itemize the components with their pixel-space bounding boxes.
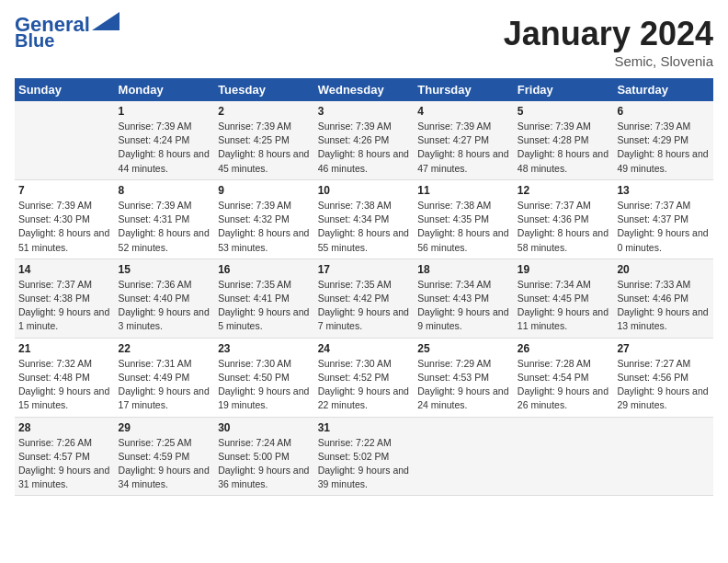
day-number: 2	[218, 105, 311, 118]
col-sunday: Sunday	[15, 78, 115, 101]
day-info: Sunrise: 7:22 AM Sunset: 5:02 PM Dayligh…	[318, 436, 411, 492]
table-row: 7Sunrise: 7:39 AM Sunset: 4:30 PM Daylig…	[15, 179, 115, 259]
table-row: 18Sunrise: 7:34 AM Sunset: 4:43 PM Dayli…	[414, 259, 514, 338]
day-number: 18	[417, 263, 510, 276]
day-info: Sunrise: 7:39 AM Sunset: 4:29 PM Dayligh…	[617, 120, 710, 176]
table-row: 25Sunrise: 7:29 AM Sunset: 4:53 PM Dayli…	[414, 338, 514, 417]
day-info: Sunrise: 7:34 AM Sunset: 4:43 PM Dayligh…	[417, 278, 510, 334]
day-info: Sunrise: 7:35 AM Sunset: 4:42 PM Dayligh…	[318, 278, 411, 334]
day-info: Sunrise: 7:36 AM Sunset: 4:40 PM Dayligh…	[119, 278, 211, 334]
col-thursday: Thursday	[414, 78, 514, 101]
table-row: 1Sunrise: 7:39 AM Sunset: 4:24 PM Daylig…	[115, 101, 215, 179]
day-info: Sunrise: 7:26 AM Sunset: 4:57 PM Dayligh…	[18, 436, 111, 492]
table-row: 27Sunrise: 7:27 AM Sunset: 4:56 PM Dayli…	[613, 338, 713, 417]
month-title: January 2024	[504, 15, 713, 53]
logo-subtext: Blue	[15, 31, 54, 50]
table-row	[613, 417, 713, 496]
calendar-week-row: 14Sunrise: 7:37 AM Sunset: 4:38 PM Dayli…	[15, 259, 713, 338]
day-number: 19	[518, 263, 610, 276]
table-row: 24Sunrise: 7:30 AM Sunset: 4:52 PM Dayli…	[314, 338, 415, 417]
day-info: Sunrise: 7:39 AM Sunset: 4:24 PM Dayligh…	[119, 120, 211, 176]
day-info: Sunrise: 7:39 AM Sunset: 4:26 PM Dayligh…	[318, 120, 411, 176]
day-info: Sunrise: 7:24 AM Sunset: 5:00 PM Dayligh…	[218, 436, 311, 492]
table-row: 28Sunrise: 7:26 AM Sunset: 4:57 PM Dayli…	[15, 417, 115, 496]
day-info: Sunrise: 7:39 AM Sunset: 4:27 PM Dayligh…	[417, 120, 510, 176]
day-number: 17	[318, 263, 411, 276]
day-number: 28	[18, 421, 111, 434]
day-number: 7	[18, 184, 111, 197]
day-info: Sunrise: 7:37 AM Sunset: 4:37 PM Dayligh…	[617, 199, 710, 255]
day-info: Sunrise: 7:39 AM Sunset: 4:28 PM Dayligh…	[518, 120, 610, 176]
day-number: 31	[318, 421, 411, 434]
day-number: 27	[617, 342, 710, 355]
day-info: Sunrise: 7:39 AM Sunset: 4:30 PM Dayligh…	[18, 199, 111, 255]
table-row	[514, 417, 614, 496]
day-info: Sunrise: 7:35 AM Sunset: 4:41 PM Dayligh…	[218, 278, 311, 334]
day-number: 8	[119, 184, 211, 197]
table-row: 8Sunrise: 7:39 AM Sunset: 4:31 PM Daylig…	[115, 179, 215, 259]
table-row: 4Sunrise: 7:39 AM Sunset: 4:27 PM Daylig…	[414, 101, 514, 179]
table-row: 26Sunrise: 7:28 AM Sunset: 4:54 PM Dayli…	[514, 338, 614, 417]
day-info: Sunrise: 7:39 AM Sunset: 4:32 PM Dayligh…	[218, 199, 311, 255]
table-row: 6Sunrise: 7:39 AM Sunset: 4:29 PM Daylig…	[613, 101, 713, 179]
col-friday: Friday	[514, 78, 614, 101]
table-row: 2Sunrise: 7:39 AM Sunset: 4:25 PM Daylig…	[214, 101, 314, 179]
day-number: 15	[119, 263, 211, 276]
day-info: Sunrise: 7:30 AM Sunset: 4:52 PM Dayligh…	[318, 357, 411, 413]
day-number: 21	[18, 342, 111, 355]
table-row: 14Sunrise: 7:37 AM Sunset: 4:38 PM Dayli…	[15, 259, 115, 338]
svg-marker-0	[92, 12, 119, 30]
day-number: 24	[318, 342, 411, 355]
day-info: Sunrise: 7:30 AM Sunset: 4:50 PM Dayligh…	[218, 357, 311, 413]
day-number: 3	[318, 105, 411, 118]
day-number: 1	[119, 105, 211, 118]
table-row: 11Sunrise: 7:38 AM Sunset: 4:35 PM Dayli…	[414, 179, 514, 259]
day-info: Sunrise: 7:39 AM Sunset: 4:31 PM Dayligh…	[119, 199, 211, 255]
calendar-week-row: 28Sunrise: 7:26 AM Sunset: 4:57 PM Dayli…	[15, 417, 713, 496]
logo: General Blue	[15, 15, 119, 50]
day-number: 14	[18, 263, 111, 276]
day-info: Sunrise: 7:33 AM Sunset: 4:46 PM Dayligh…	[617, 278, 710, 334]
col-tuesday: Tuesday	[214, 78, 314, 101]
day-number: 29	[119, 421, 211, 434]
day-number: 26	[518, 342, 610, 355]
day-number: 23	[218, 342, 311, 355]
day-info: Sunrise: 7:34 AM Sunset: 4:45 PM Dayligh…	[518, 278, 610, 334]
header: General Blue January 2024 Semic, Sloveni…	[15, 15, 713, 69]
table-row: 15Sunrise: 7:36 AM Sunset: 4:40 PM Dayli…	[115, 259, 215, 338]
day-info: Sunrise: 7:31 AM Sunset: 4:49 PM Dayligh…	[119, 357, 211, 413]
table-row: 21Sunrise: 7:32 AM Sunset: 4:48 PM Dayli…	[15, 338, 115, 417]
table-row: 23Sunrise: 7:30 AM Sunset: 4:50 PM Dayli…	[214, 338, 314, 417]
table-row: 19Sunrise: 7:34 AM Sunset: 4:45 PM Dayli…	[514, 259, 614, 338]
calendar-table: Sunday Monday Tuesday Wednesday Thursday…	[15, 78, 713, 496]
table-row: 3Sunrise: 7:39 AM Sunset: 4:26 PM Daylig…	[314, 101, 415, 179]
day-number: 10	[318, 184, 411, 197]
day-info: Sunrise: 7:27 AM Sunset: 4:56 PM Dayligh…	[617, 357, 710, 413]
day-number: 20	[617, 263, 710, 276]
title-block: January 2024 Semic, Slovenia	[504, 15, 713, 69]
day-info: Sunrise: 7:32 AM Sunset: 4:48 PM Dayligh…	[18, 357, 111, 413]
col-saturday: Saturday	[613, 78, 713, 101]
col-monday: Monday	[115, 78, 215, 101]
day-info: Sunrise: 7:37 AM Sunset: 4:36 PM Dayligh…	[518, 199, 610, 255]
day-number: 6	[617, 105, 710, 118]
day-info: Sunrise: 7:38 AM Sunset: 4:35 PM Dayligh…	[417, 199, 510, 255]
table-row	[414, 417, 514, 496]
day-number: 16	[218, 263, 311, 276]
day-number: 4	[417, 105, 510, 118]
table-row: 20Sunrise: 7:33 AM Sunset: 4:46 PM Dayli…	[613, 259, 713, 338]
table-row: 17Sunrise: 7:35 AM Sunset: 4:42 PM Dayli…	[314, 259, 415, 338]
day-info: Sunrise: 7:28 AM Sunset: 4:54 PM Dayligh…	[518, 357, 610, 413]
table-row: 22Sunrise: 7:31 AM Sunset: 4:49 PM Dayli…	[115, 338, 215, 417]
table-row: 5Sunrise: 7:39 AM Sunset: 4:28 PM Daylig…	[514, 101, 614, 179]
table-row: 10Sunrise: 7:38 AM Sunset: 4:34 PM Dayli…	[314, 179, 415, 259]
day-number: 30	[218, 421, 311, 434]
location-subtitle: Semic, Slovenia	[504, 53, 713, 69]
day-info: Sunrise: 7:25 AM Sunset: 4:59 PM Dayligh…	[119, 436, 211, 492]
day-number: 12	[518, 184, 610, 197]
calendar-week-row: 7Sunrise: 7:39 AM Sunset: 4:30 PM Daylig…	[15, 179, 713, 259]
day-number: 25	[417, 342, 510, 355]
calendar-header-row: Sunday Monday Tuesday Wednesday Thursday…	[15, 78, 713, 101]
col-wednesday: Wednesday	[314, 78, 415, 101]
table-row: 31Sunrise: 7:22 AM Sunset: 5:02 PM Dayli…	[314, 417, 415, 496]
